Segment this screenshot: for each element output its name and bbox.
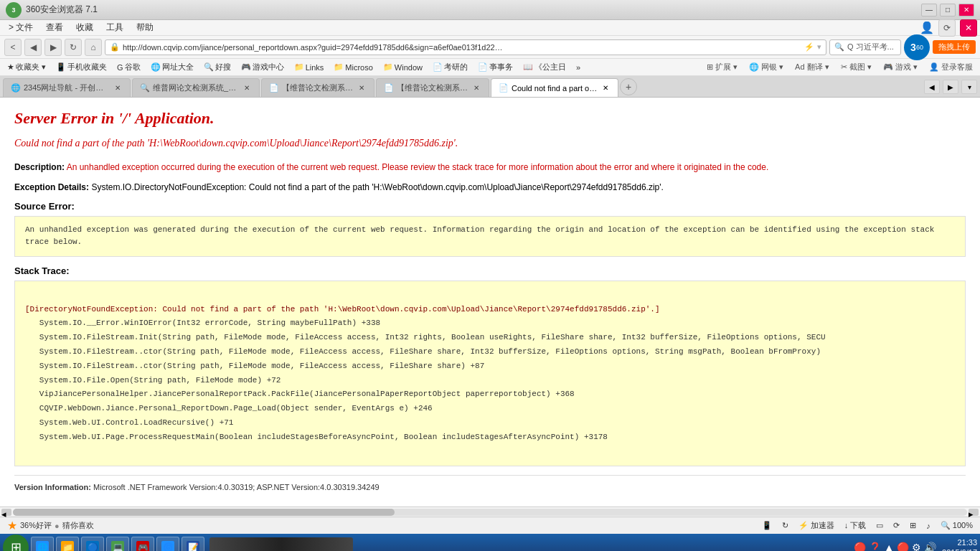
menu-file[interactable]: > 文件 (3, 20, 39, 35)
extensions-btn[interactable]: ⊞ 扩展 ▾ (702, 62, 742, 72)
scrollbar-thumb[interactable] (13, 509, 395, 516)
tab-2[interactable]: 🔍 维普网论文检测系统_百度搜索… ✕ (132, 78, 260, 97)
address-bar[interactable]: 🔒 http://down.cqvip.com/jiance/personal_… (105, 39, 826, 55)
bookmark-gongzhu[interactable]: 📖 《公主日 (519, 61, 570, 73)
nav-bar: < ◀ ▶ ↻ ⌂ 🔒 http://down.cqvip.com/jiance… (0, 36, 980, 59)
menu-bookmarks[interactable]: 收藏 (70, 20, 99, 35)
bookmark-games[interactable]: 🎮 游戏中心 (237, 61, 288, 73)
bookmark-more[interactable]: » (572, 62, 585, 72)
bookmark-favorites[interactable]: ★ 收藏夹 ▾ (3, 61, 50, 73)
rating-text: 36%好评 (20, 520, 52, 531)
tab-scroll-left[interactable]: ◀ (924, 80, 940, 94)
tab-close-5[interactable]: ✕ (600, 83, 611, 93)
tab-list[interactable]: ▾ (961, 80, 977, 94)
tray-icon-5: ⚙ (912, 542, 921, 551)
tab-close-2[interactable]: ✕ (242, 83, 252, 93)
bookmark-mobile[interactable]: 📱 手机收藏夹 (52, 61, 111, 73)
accelerator-btn[interactable]: ⚡ 加速器 (798, 520, 834, 531)
sys-tray-icons: 🔴 ❓ ▲ 🔴 ⚙ 🔊 (854, 542, 936, 551)
taskbar-app5[interactable]: 🎮 (131, 537, 154, 551)
tab-4[interactable]: 📄 【维普论文检测系统-个人版】… ✕ (376, 78, 489, 97)
bookmark-shishi[interactable]: 📄 亊事务 (473, 61, 517, 73)
bookmark-microso[interactable]: 📁 Microso (329, 62, 377, 72)
tab-1[interactable]: 🌐 2345网址导航 - 开创中国百年… ✕ (3, 78, 131, 97)
download-btn[interactable]: ↓ 下载 (844, 520, 867, 531)
refresh-button[interactable]: ↻ (65, 39, 82, 56)
status-bar: ★ 36%好评 ● 猜你喜欢 📱 ↻ ⚡ 加速器 ↓ 下载 ▭ ⟳ ⊞ ♪ 🔍 … (0, 517, 980, 534)
mobile-icon: 📱 (762, 521, 772, 530)
tab-close-1[interactable]: ✕ (113, 83, 123, 93)
jietu-btn[interactable]: ✂ 截图 ▾ (837, 62, 876, 72)
horizontal-scrollbar[interactable]: ◂ ▸ (0, 507, 980, 517)
nav-prev-tab[interactable]: < (4, 39, 22, 56)
dot-separator: ● (55, 522, 60, 530)
stack-line-9: System.Web.UI.Page.ProcessRequestMain(Bo… (25, 430, 955, 445)
youxi-btn[interactable]: 🎮 游戏 ▾ (879, 62, 922, 72)
tab-3[interactable]: 📄 【维普论文检测系统-个人版】… ✕ (261, 78, 374, 97)
tab-scroll-right[interactable]: ▶ (943, 80, 958, 94)
speed-upload-button[interactable]: 拖拽上传 (933, 40, 976, 54)
bookmark-window[interactable]: 📁 Window (379, 62, 427, 72)
tab-label-4: 【维普论文检测系统-个人版】… (397, 83, 468, 93)
tab-favicon-4: 📄 (384, 83, 394, 93)
start-button[interactable]: ⊞ (3, 534, 29, 551)
tab-close-4[interactable]: ✕ (471, 83, 481, 93)
new-tab-button[interactable]: + (620, 78, 637, 95)
status-right: 📱 ↻ ⚡ 加速器 ↓ 下载 ▭ ⟳ ⊞ ♪ 🔍 100% (762, 520, 973, 531)
source-error-label: Source Error: (14, 201, 966, 212)
bookmarks-bar: ★ 收藏夹 ▾ 📱 手机收藏夹 G 谷歌 🌐 网址大全 🔍 好搜 🎮 游戏中心 … (0, 59, 980, 76)
bookmark-netaddr[interactable]: 🌐 网址大全 (146, 61, 198, 73)
back-button[interactable]: ◀ (24, 39, 42, 56)
exception-text: System.IO.DirectoryNotFoundException: Co… (91, 182, 663, 192)
app4-icon: 💻 (111, 541, 124, 551)
volume-icon: ♪ (926, 522, 930, 530)
windows-taskbar: ⊞ 🌐 📁 🔵 💻 🎮 🌀 📝 🔴 ❓ ▲ 🔴 ⚙ 🔊 21:33 2015/6… (0, 534, 980, 551)
tab-favicon-2: 🔍 (140, 83, 150, 93)
taskbar-app3[interactable]: 🔵 (81, 537, 104, 551)
maximize-button[interactable]: □ (940, 4, 956, 17)
browser-title: 360安全浏览器 7.1 (26, 4, 98, 16)
close-button[interactable]: ✕ (958, 4, 974, 17)
tab-label-5: Could not find a part of the (512, 84, 598, 93)
tray-icon-1: 🔴 (854, 542, 866, 551)
taskbar-right-section: 🔴 ❓ ▲ 🔴 ⚙ 🔊 21:33 2015/6/17 (854, 537, 977, 551)
stack-line-empty-2 (25, 445, 955, 459)
bookmark-links[interactable]: 📁 Links (290, 62, 329, 72)
explorer-icon: 📁 (61, 541, 74, 551)
menu-tools[interactable]: 工具 (100, 20, 129, 35)
zoom-level: 🔍 100% (941, 521, 973, 530)
title-bar: 3 360安全浏览器 7.1 — □ ✕ (0, 0, 980, 20)
scrollbar-track[interactable] (13, 509, 967, 516)
tray-icon-2: ❓ (869, 542, 881, 551)
server-error-title: Server Error in '/' Application. (14, 109, 966, 128)
search-bar[interactable]: 🔍 Q 习近平考... (829, 39, 901, 55)
taskbar-explorer[interactable]: 📁 (56, 537, 79, 551)
error-path-title: Could not find a part of the path 'H:\We… (14, 136, 966, 151)
menu-view[interactable]: 查看 (40, 20, 69, 35)
version-label: Version Information: (14, 483, 91, 491)
home-button[interactable]: ⌂ (85, 39, 102, 56)
360-button[interactable]: 360 (904, 34, 930, 60)
scroll-left-btn[interactable]: ◂ (1, 509, 11, 516)
taskbar-app4[interactable]: 💻 (106, 537, 129, 551)
bookmark-google[interactable]: G 谷歌 (113, 61, 145, 73)
exception-details-block: Exception Details: System.IO.DirectoryNo… (14, 181, 966, 194)
wangwang-btn[interactable]: 🌐 网银 ▾ (745, 62, 788, 72)
taskbar-word[interactable]: 📝 (182, 537, 204, 551)
taskbar-360browser[interactable]: 🌀 (156, 537, 179, 551)
fanyi-btn[interactable]: Ad 翻译 ▾ (791, 62, 834, 72)
refresh-status-icon: ↻ (782, 521, 788, 530)
tab-favicon-3: 📄 (269, 83, 279, 93)
menu-help[interactable]: 帮助 (131, 20, 159, 35)
forward-button[interactable]: ▶ (44, 39, 62, 56)
tab-5-active[interactable]: 📄 Could not find a part of the ✕ (491, 78, 618, 97)
stack-line-5: System.IO.File.Open(String path, FileMod… (25, 374, 955, 388)
minimize-button[interactable]: — (921, 4, 937, 17)
tab-close-3[interactable]: ✕ (357, 83, 367, 93)
bookmark-kaoyan[interactable]: 📄 考研的 (428, 61, 472, 73)
login-btn[interactable]: 👤 登录客服 (925, 62, 977, 72)
scroll-right-btn[interactable]: ▸ (969, 509, 979, 516)
bookmark-haosou[interactable]: 🔍 好搜 (199, 61, 235, 73)
stack-line-7: CQVIP.WebDown.Jiance.Personal_ReportDown… (25, 402, 955, 416)
taskbar-ie[interactable]: 🌐 (31, 537, 54, 551)
